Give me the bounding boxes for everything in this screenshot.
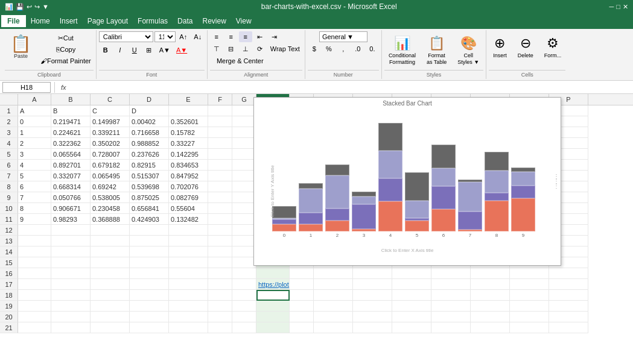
cell-G4[interactable] <box>232 138 256 149</box>
decimal-increase-btn[interactable]: .0 <box>351 43 364 54</box>
cell-A9[interactable]: 7 <box>18 192 51 203</box>
cell-J20[interactable] <box>314 312 353 322</box>
cell-E20[interactable] <box>169 312 208 322</box>
cell-C8[interactable]: 0.69242 <box>91 181 130 192</box>
cell-I20[interactable] <box>290 312 314 322</box>
cell-M19[interactable] <box>431 301 471 312</box>
cell-N17[interactable] <box>471 279 510 290</box>
cell-B20[interactable] <box>51 312 91 322</box>
resize-handle[interactable]: ⋮⋮⋮ <box>553 174 559 189</box>
col-header-e[interactable]: E <box>169 94 208 105</box>
cell-A13[interactable] <box>18 236 51 246</box>
decimal-decrease-btn[interactable]: 0. <box>366 43 379 54</box>
wrap-text-btn[interactable]: Wrap Text <box>268 43 302 54</box>
cell-C7[interactable]: 0.065495 <box>91 171 130 181</box>
cell-J21[interactable] <box>314 322 353 333</box>
align-left-btn[interactable]: ≡ <box>210 31 223 42</box>
cell-F21[interactable] <box>208 322 232 333</box>
cell-C4[interactable]: 0.350202 <box>91 138 130 149</box>
cell-A12[interactable] <box>18 225 51 236</box>
cell-K20[interactable] <box>353 312 392 322</box>
cell-F4[interactable] <box>208 138 232 149</box>
cell-B10[interactable]: 0.906671 <box>51 203 91 214</box>
cell-L17[interactable] <box>392 279 431 290</box>
cell-A16[interactable] <box>18 268 51 279</box>
cell-C19[interactable] <box>91 301 130 312</box>
cell-M21[interactable] <box>431 322 471 333</box>
number-format-select[interactable]: General ▼ <box>319 31 367 42</box>
col-header-f[interactable]: F <box>208 94 232 105</box>
indent-decrease-btn[interactable]: ⇤ <box>253 31 267 42</box>
cell-O17[interactable] <box>510 279 549 290</box>
cell-E3[interactable]: 0.15782 <box>169 127 208 138</box>
cell-E9[interactable]: 0.082769 <box>169 192 208 203</box>
cell-C20[interactable] <box>91 312 130 322</box>
cell-F9[interactable] <box>208 192 232 203</box>
cell-C2[interactable]: 0.149987 <box>91 116 130 127</box>
hyperlink[interactable]: https://plot.ly/762/~tarzzz/ <box>258 281 290 288</box>
cell-O21[interactable] <box>510 322 549 333</box>
cell-M20[interactable] <box>431 312 471 322</box>
cell-D9[interactable]: 0.875025 <box>130 192 169 203</box>
cell-F11[interactable] <box>208 214 232 225</box>
cell-C6[interactable]: 0.679182 <box>91 160 130 171</box>
cell-A18[interactable] <box>18 290 51 301</box>
valign-bot-btn[interactable]: ⊥ <box>239 43 252 54</box>
cell-B7[interactable]: 0.332077 <box>51 171 91 181</box>
cell-A14[interactable] <box>18 246 51 257</box>
cell-B4[interactable]: 0.322362 <box>51 138 91 149</box>
quick-save[interactable]: 💾 <box>16 3 24 11</box>
border-button[interactable]: ⊞ <box>142 45 156 55</box>
review-tab[interactable]: Review <box>197 16 231 27</box>
copy-button[interactable]: ⎘ Copy <box>38 44 94 55</box>
cell-C5[interactable]: 0.728007 <box>91 149 130 160</box>
cell-I19[interactable] <box>290 301 314 312</box>
format-btn[interactable]: ⚙ Form... <box>540 33 566 61</box>
cell-K19[interactable] <box>353 301 392 312</box>
paste-button[interactable]: 📋 Paste <box>5 33 37 62</box>
cell-F5[interactable] <box>208 149 232 160</box>
minimize-btn[interactable]: ─ <box>609 3 614 11</box>
chart-container[interactable]: Stacked Bar Chart Click to Enter Y Axis … <box>253 97 561 266</box>
cell-A19[interactable] <box>18 301 51 312</box>
cell-D3[interactable]: 0.716658 <box>130 127 169 138</box>
cell-F6[interactable] <box>208 160 232 171</box>
cell-A1[interactable]: A <box>18 105 51 116</box>
formula-input[interactable] <box>71 82 631 93</box>
cell-I17[interactable] <box>290 279 314 290</box>
cell-D21[interactable] <box>130 322 169 333</box>
cell-H16[interactable] <box>256 268 290 279</box>
cell-D2[interactable]: 0.00402 <box>130 116 169 127</box>
cell-B3[interactable]: 0.224621 <box>51 127 91 138</box>
close-btn[interactable]: ✕ <box>623 3 628 11</box>
cell-F7[interactable] <box>208 171 232 181</box>
cell-B18[interactable] <box>51 290 91 301</box>
cell-E4[interactable]: 0.33227 <box>169 138 208 149</box>
align-center-btn[interactable]: ≡ <box>224 31 238 42</box>
cell-C13[interactable] <box>91 236 130 246</box>
cell-B15[interactable] <box>51 257 91 268</box>
cell-D8[interactable]: 0.539698 <box>130 181 169 192</box>
cell-P17[interactable] <box>549 279 588 290</box>
quick-redo[interactable]: ↪ <box>34 3 40 11</box>
cell-M17[interactable] <box>431 279 471 290</box>
cell-B21[interactable] <box>51 322 91 333</box>
cell-F3[interactable] <box>208 127 232 138</box>
cell-N16[interactable] <box>471 268 510 279</box>
cell-N20[interactable] <box>471 312 510 322</box>
cell-A5[interactable]: 3 <box>18 149 51 160</box>
cell-E2[interactable]: 0.352601 <box>169 116 208 127</box>
valign-mid-btn[interactable]: ⊟ <box>224 43 238 54</box>
cell-N21[interactable] <box>471 322 510 333</box>
cell-E18[interactable] <box>169 290 208 301</box>
decrease-font-btn[interactable]: A↓ <box>191 31 205 42</box>
col-header-d[interactable]: D <box>130 94 169 105</box>
cell-D5[interactable]: 0.237626 <box>130 149 169 160</box>
cell-E10[interactable]: 0.55604 <box>169 203 208 214</box>
indent-increase-btn[interactable]: ⇥ <box>268 31 281 42</box>
cell-B13[interactable] <box>51 236 91 246</box>
cell-B19[interactable] <box>51 301 91 312</box>
format-painter-button[interactable]: 🖌 Format Painter <box>38 55 94 66</box>
cut-button[interactable]: ✂ Cut <box>38 33 94 43</box>
cell-G2[interactable] <box>232 116 256 127</box>
